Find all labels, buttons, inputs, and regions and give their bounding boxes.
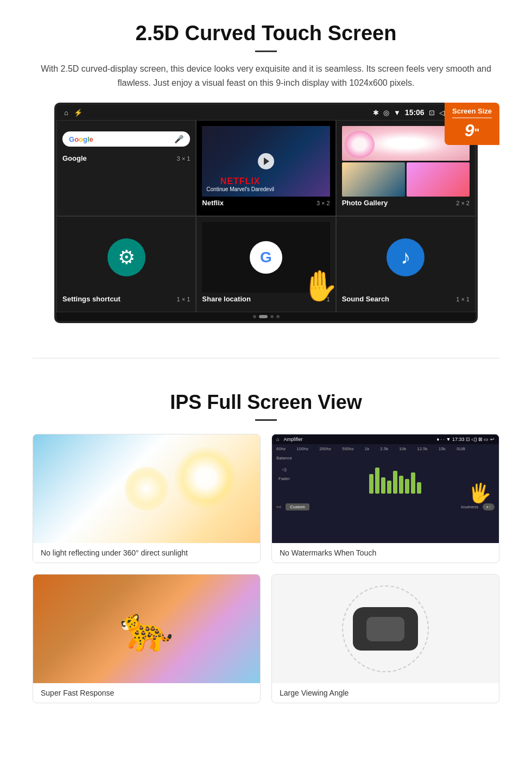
status-time: 15:06 [405,108,425,117]
bluetooth-icon: ✱ [373,109,379,117]
cheetah-emoji: 🐆 [119,603,174,654]
amp-bar-8 [411,472,415,494]
netflix-size: 3 × 2 [316,200,330,206]
car-top-view [353,607,418,651]
badge-size-number: 9" [452,121,492,141]
gear-icon: ⚙ [118,246,135,269]
hand-on-screen-icon: 🖐 [467,481,492,506]
play-triangle-icon [264,157,269,165]
gallery-label: Photo Gallery [342,199,388,207]
google-search-bar[interactable]: Google 🎤 [62,131,190,147]
netflix-brand: NETFLIX [206,176,274,186]
amplifier-image: ⌂ Amplifier ♦ · · ▼ 17:33 ⊡ ◁) ⊠ ▭ ↩ 60h… [272,434,499,543]
google-label: Google [62,154,87,162]
section2-divider [255,419,277,421]
feature-card-amplifier: ⌂ Amplifier ♦ · · ▼ 17:33 ⊡ ◁) ⊠ ▭ ↩ 60h… [271,434,499,563]
settings-icon-container: ⚙ [62,222,190,293]
maps-icon: G [250,241,282,274]
feature-card-car: Large Viewing Angle [271,574,499,703]
settings-size: 1 × 1 [177,296,191,302]
status-left: ⌂ ⚡ [64,109,83,117]
amp-bar-7 [405,479,409,494]
section1-description: With 2.5D curved-display screen, this de… [33,62,499,90]
sound-icon-bg: ♪ [387,238,425,276]
netflix-subtitle: Continue Marvel's Daredevil [206,186,274,192]
amp-bar-9 [417,482,421,494]
gallery-size: 2 × 2 [456,200,470,206]
amp-bar-4 [387,481,391,494]
title-divider [255,51,277,52]
music-note-icon: ♪ [401,246,410,269]
home-icon: ⌂ [64,109,68,117]
app-grid-row2: ⚙ Settings shortcut 1 × 1 G 🤚 [56,216,476,312]
amplifier-caption: No Watermarks When Touch [272,543,499,563]
car-viewing-circle [342,585,429,672]
gallery-label-row: Photo Gallery 2 × 2 [342,197,470,210]
device-screen: ⌂ ⚡ ✱ ◎ ▼ 15:06 ⊡ ◁) ⊠ ▭ [54,103,478,323]
amp-bar-2 [375,468,379,494]
car-image [272,575,499,683]
section2-title: IPS Full Screen View [33,391,499,414]
sound-label: Sound Search [342,295,389,303]
sound-size: 1 × 1 [456,296,470,302]
app-grid-row1: Google 🎤 Google 3 × 1 [56,120,476,216]
section1-title: 2.5D Curved Touch Screen [33,22,499,45]
section-ips-screen: IPS Full Screen View No light reflecting… [0,380,532,725]
amp-home-icon: ⌂ [276,437,279,442]
amp-bar-3 [381,477,385,494]
page-dots [56,312,476,321]
location-icon: ◎ [383,109,389,117]
settings-icon-bg: ⚙ [107,238,145,276]
amp-bar-6 [399,476,403,494]
sound-search-cell[interactable]: ♪ Sound Search 1 × 1 [336,216,476,312]
device-wrapper: Screen Size 9" ⌂ ⚡ ✱ ◎ ▼ 15:06 ⊡ ◁) [33,103,499,323]
amp-icons: ♦ · · ▼ 17:33 ⊡ ◁) ⊠ ▭ ↩ [436,437,495,442]
sound-label-row: Sound Search 1 × 1 [342,293,470,306]
amp-controls: Balance ◁) Fader 🖐 [272,453,499,501]
feature-card-cheetah: 🐆 Super Fast Response [33,574,261,703]
gallery-item-2 [342,162,405,197]
google-logo: Google [69,135,93,143]
share-icon-container: G 🤚 [202,222,330,293]
netflix-label-row: Netflix 3 × 2 [202,197,330,210]
google-label-row: Google 3 × 1 [62,152,190,166]
amp-bar-1 [369,474,373,494]
netflix-info: NETFLIX Continue Marvel's Daredevil [206,176,274,192]
usb-icon: ⚡ [74,109,83,117]
gallery-item-3 [407,162,470,197]
sunburst-effect [173,445,238,510]
cheetah-image: 🐆 [33,575,260,683]
sunlight-caption: No light reflecting under 360° direct su… [33,543,260,563]
sound-icon-container: ♪ [342,222,470,293]
dot-1 [253,315,256,318]
status-bar: ⌂ ⚡ ✱ ◎ ▼ 15:06 ⊡ ◁) ⊠ ▭ [56,105,476,120]
badge-label: Screen Size [452,107,492,115]
sunlight-image [33,434,260,543]
dot-4 [276,315,280,318]
netflix-content: NETFLIX Continue Marvel's Daredevil [202,126,330,197]
maps-logo: G [260,249,272,266]
settings-label: Settings shortcut [62,295,121,303]
settings-app-cell[interactable]: ⚙ Settings shortcut 1 × 1 [56,216,196,312]
car-roof [366,617,404,641]
wifi-icon: ▼ [394,109,401,117]
settings-label-row: Settings shortcut 1 × 1 [62,293,190,306]
amp-bars-container: 🖐 [296,456,495,499]
section-divider [33,358,499,358]
netflix-label: Netflix [202,199,224,207]
netflix-play-button[interactable] [258,153,274,169]
car-caption: Large Viewing Angle [272,683,499,703]
amp-status-bar: ⌂ Amplifier ♦ · · ▼ 17:33 ⊡ ◁) ⊠ ▭ ↩ [272,434,499,444]
google-size: 3 × 1 [177,155,191,162]
netflix-app-cell[interactable]: NETFLIX Continue Marvel's Daredevil Netf… [196,120,335,216]
amp-title: Amplifier [283,437,302,442]
share-label: Share location [202,295,251,303]
google-app-cell[interactable]: Google 🎤 Google 3 × 1 [56,120,196,216]
screen-size-badge: Screen Size 9" [445,103,499,145]
share-location-cell[interactable]: G 🤚 Share location 1 × 1 [196,216,335,312]
feature-grid: No light reflecting under 360° direct su… [33,434,499,703]
feature-card-sunlight: No light reflecting under 360° direct su… [33,434,261,563]
amp-freq-labels: 60hz100hz200hz500hz1k2.5k10k12.5k15kSUB [272,444,499,453]
amp-bottom-bar: << Custom loudness ●○ [272,501,499,513]
microphone-icon[interactable]: 🎤 [174,135,183,143]
